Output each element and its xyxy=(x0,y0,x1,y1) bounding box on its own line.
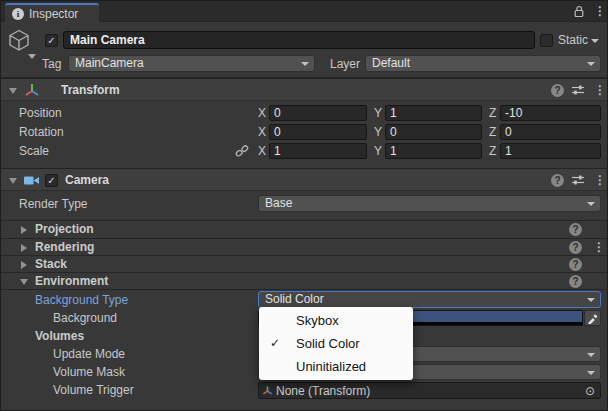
axis-z-label: Z xyxy=(489,123,499,141)
background-label: Background xyxy=(53,309,117,327)
gameobject-enabled-checkbox[interactable]: ✓ xyxy=(45,34,58,47)
position-x-field[interactable] xyxy=(269,105,367,121)
foldout-open-icon[interactable] xyxy=(9,178,17,184)
axis-x-label: X xyxy=(258,104,268,122)
gameobject-header: ✓ Static Tag MainCamera Layer Default xyxy=(1,22,608,78)
kebab-icon[interactable]: ⋮ xyxy=(593,240,605,254)
inspector-window: i Inspector ⋮ ✓ Static Tag MainC xyxy=(0,0,608,411)
help-icon[interactable]: ? xyxy=(551,84,564,97)
presets-icon[interactable] xyxy=(571,173,585,187)
render-type-row: Render Type Base xyxy=(1,195,608,213)
axis-x-label: X xyxy=(258,142,268,160)
lock-button[interactable] xyxy=(572,4,586,18)
static-label: Static xyxy=(558,33,588,48)
volume-trigger-value: None (Transform) xyxy=(276,384,370,398)
check-icon: ✓ xyxy=(47,175,55,186)
scale-x-field[interactable] xyxy=(269,143,367,159)
transform-title: Transform xyxy=(61,83,120,98)
environment-label: Environment xyxy=(35,273,108,290)
help-icon[interactable]: ? xyxy=(569,275,582,288)
volumes-label: Volumes xyxy=(35,327,84,345)
layer-value: Default xyxy=(372,56,410,70)
stack-label: Stack xyxy=(35,256,67,273)
transform-header[interactable]: Transform ? ⋮ xyxy=(1,78,608,101)
kebab-icon[interactable]: ⋮ xyxy=(594,83,606,97)
object-picker-button[interactable]: ⊙ xyxy=(583,384,597,398)
position-y-field[interactable] xyxy=(385,105,482,121)
axis-y-label: Y xyxy=(374,104,384,122)
foldout-closed-icon[interactable] xyxy=(21,261,27,269)
tab-inspector[interactable]: i Inspector xyxy=(5,3,99,22)
layer-dropdown[interactable]: Default xyxy=(365,55,601,72)
popup-item-solid-color[interactable]: ✓ Solid Color xyxy=(259,332,413,355)
chevron-down-icon xyxy=(587,353,595,357)
check-icon: ✓ xyxy=(47,35,55,46)
camera-header[interactable]: ✓ Camera ? ⋮ xyxy=(1,168,608,191)
rotation-row: Rotation X Y Z xyxy=(1,123,608,141)
foldout-open-icon[interactable] xyxy=(9,88,17,94)
gameobject-icon-dropdown-icon[interactable] xyxy=(28,54,36,59)
foldout-closed-icon[interactable] xyxy=(21,226,27,234)
transform-icon xyxy=(262,385,273,396)
background-type-popup: Skybox ✓ Solid Color Uninitialized xyxy=(259,307,413,380)
gameobject-name-field[interactable] xyxy=(63,31,535,49)
eyedropper-icon xyxy=(587,313,598,324)
section-environment[interactable]: Environment ? xyxy=(1,272,608,290)
scale-row: Scale X Y Z xyxy=(1,142,608,160)
help-icon[interactable]: ? xyxy=(569,258,582,271)
section-rendering[interactable]: Rendering ? ⋮ xyxy=(1,238,608,255)
tab-bar: i Inspector ⋮ xyxy=(1,1,608,22)
rotation-y-field[interactable] xyxy=(385,124,482,140)
render-type-label: Render Type xyxy=(19,195,88,213)
presets-icon[interactable] xyxy=(571,83,585,97)
section-projection[interactable]: Projection ? xyxy=(1,220,608,238)
rendering-label: Rendering xyxy=(35,239,94,256)
scale-z-field[interactable] xyxy=(500,143,601,159)
scale-label[interactable]: Scale xyxy=(19,142,49,160)
position-label[interactable]: Position xyxy=(19,104,62,122)
popup-item-uninitialized[interactable]: Uninitialized xyxy=(259,355,413,378)
tag-dropdown[interactable]: MainCamera xyxy=(68,55,315,72)
background-type-value: Solid Color xyxy=(265,292,324,306)
chevron-down-icon xyxy=(301,62,309,66)
tab-menu-button[interactable]: ⋮ xyxy=(593,4,607,18)
unlink-scale-icon[interactable] xyxy=(235,144,249,158)
unlock-icon xyxy=(573,5,585,18)
help-icon[interactable]: ? xyxy=(569,241,582,254)
render-type-value: Base xyxy=(265,196,292,210)
position-z-field[interactable] xyxy=(500,105,601,121)
tag-label: Tag xyxy=(42,57,61,71)
render-type-dropdown[interactable]: Base xyxy=(258,195,601,212)
tab-title: Inspector xyxy=(29,7,78,21)
foldout-open-icon[interactable] xyxy=(20,279,28,285)
axis-z-label: Z xyxy=(489,142,499,160)
axis-z-label: Z xyxy=(489,104,499,122)
gameobject-icon-button[interactable] xyxy=(7,28,31,54)
help-icon[interactable]: ? xyxy=(551,174,564,187)
check-icon: ✓ xyxy=(270,332,280,355)
rotation-label[interactable]: Rotation xyxy=(19,123,64,141)
eyedropper-button[interactable] xyxy=(584,310,601,326)
section-stack[interactable]: Stack ? xyxy=(1,255,608,272)
rotation-z-field[interactable] xyxy=(500,124,601,140)
kebab-icon[interactable]: ⋮ xyxy=(594,173,606,187)
popup-item-label: Skybox xyxy=(296,313,339,328)
camera-enabled-checkbox[interactable]: ✓ xyxy=(45,174,58,187)
background-type-dropdown[interactable]: Solid Color xyxy=(258,291,601,308)
help-icon[interactable]: ? xyxy=(569,223,582,236)
update-mode-label: Update Mode xyxy=(53,345,125,363)
rotation-x-field[interactable] xyxy=(269,124,367,140)
popup-item-skybox[interactable]: Skybox xyxy=(259,309,413,332)
static-dropdown-icon[interactable] xyxy=(591,39,599,43)
kebab-icon: ⋮ xyxy=(594,4,606,18)
projection-label: Projection xyxy=(35,221,94,238)
layer-label: Layer xyxy=(330,57,360,71)
volume-trigger-object-field[interactable]: None (Transform) ⊙ xyxy=(258,382,601,399)
scale-y-field[interactable] xyxy=(385,143,482,159)
foldout-closed-icon[interactable] xyxy=(21,244,27,252)
axis-y-label: Y xyxy=(374,142,384,160)
background-type-label: Background Type xyxy=(35,291,128,309)
chevron-down-icon xyxy=(587,371,595,375)
transform-icon xyxy=(24,82,40,98)
static-checkbox[interactable] xyxy=(540,34,553,47)
